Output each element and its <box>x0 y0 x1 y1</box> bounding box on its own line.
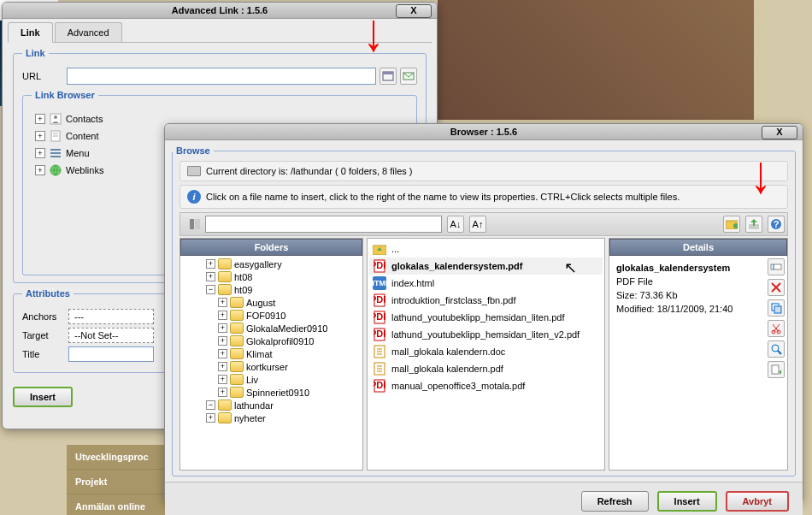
tree-toggle-icon[interactable] <box>186 216 203 233</box>
file-row[interactable]: mall_glokala kalendern.doc <box>369 343 603 360</box>
cancel-button[interactable]: Avbryt <box>726 491 789 512</box>
tree-label: Content <box>66 131 99 141</box>
up-folder-icon <box>373 242 386 256</box>
svg-rect-13 <box>195 219 200 229</box>
view-icon[interactable] <box>768 340 785 358</box>
folder-row[interactable]: −ht09 <box>182 283 361 296</box>
file-row[interactable]: PDFlathund_youtubeklipp_hemsidan_liten.p… <box>369 309 603 326</box>
folder-label: Spinneriet0910 <box>246 388 309 398</box>
browser-titlebar: Browser : 1.5.6 X <box>165 124 803 140</box>
expand-icon[interactable]: − <box>206 400 215 410</box>
insert-file-icon[interactable] <box>768 361 785 378</box>
svg-point-4 <box>54 115 57 119</box>
expand-icon[interactable]: + <box>35 131 45 141</box>
expand-icon[interactable]: + <box>218 298 227 307</box>
anchors-select[interactable]: --- <box>68 309 154 324</box>
expand-icon[interactable]: + <box>35 114 45 124</box>
help-icon[interactable]: ? <box>768 216 785 233</box>
cut-icon[interactable] <box>768 320 785 337</box>
new-folder-icon[interactable] <box>723 216 740 233</box>
folder-row[interactable]: +Glokalprofil0910 <box>182 334 361 347</box>
file-name: introduktion_firstclass_fbn.pdf <box>391 295 516 305</box>
svg-text:PDF: PDF <box>374 380 385 390</box>
title-input[interactable] <box>68 346 154 362</box>
file-name: mall_glokala kalendern.doc <box>391 346 505 357</box>
doc-icon <box>373 362 386 376</box>
rename-icon[interactable] <box>768 258 785 275</box>
insert-button[interactable]: Insert <box>657 491 717 512</box>
details-header: Details <box>609 239 787 256</box>
expand-icon[interactable]: + <box>218 323 227 333</box>
pdf-icon: PDF <box>373 293 386 307</box>
email-icon[interactable] <box>400 68 417 85</box>
folder-row[interactable]: +August <box>182 296 361 309</box>
up-directory-row[interactable]: ... <box>369 240 603 258</box>
svg-text:PDF: PDF <box>374 329 385 339</box>
svg-rect-10 <box>50 156 61 157</box>
details-filename: glokalas_kalendersystem <box>616 261 755 275</box>
svg-text:PDF: PDF <box>374 260 385 270</box>
folder-row[interactable]: +Klimat <box>182 347 361 360</box>
tab-advanced[interactable]: Advanced <box>55 22 122 42</box>
close-button[interactable]: X <box>762 126 797 139</box>
folder-row[interactable]: +FOF0910 <box>182 309 361 322</box>
folder-row[interactable]: +ht08 <box>182 270 361 283</box>
details-modified: Modified: 18/11/2009, 21:40 <box>616 302 755 316</box>
folder-row[interactable]: +easygallery <box>182 258 361 270</box>
sort-asc-icon[interactable]: A↓ <box>447 216 464 233</box>
file-row[interactable]: mall_glokala kalendern.pdf <box>369 360 603 377</box>
upload-icon[interactable] <box>745 216 762 233</box>
file-row[interactable]: PDFlathund_youtubeklipp_hemsidan_liten_v… <box>369 326 603 343</box>
sort-desc-icon[interactable]: A↑ <box>469 216 486 233</box>
url-input[interactable] <box>67 68 376 85</box>
folder-row[interactable]: +GlokalaMedier0910 <box>182 322 361 334</box>
folder-label: Liv <box>246 375 258 385</box>
path-input[interactable] <box>205 216 442 233</box>
svg-line-39 <box>778 351 781 354</box>
folder-label: Klimat <box>246 349 273 359</box>
expand-icon[interactable]: + <box>206 272 215 281</box>
folder-icon <box>218 284 232 295</box>
updir-label: ... <box>391 244 399 254</box>
folder-icon <box>218 271 232 282</box>
insert-button[interactable]: Insert <box>13 387 73 407</box>
folder-icon <box>218 412 232 423</box>
expand-icon[interactable]: + <box>35 165 45 175</box>
folder-row[interactable]: +nyheter <box>182 411 361 424</box>
folder-row[interactable]: +kortkurser <box>182 360 361 373</box>
file-list[interactable]: ... PDFglokalas_kalendersystem.pdfHTMLin… <box>368 239 604 396</box>
file-row[interactable]: PDFintroduktion_firstclass_fbn.pdf <box>369 292 603 309</box>
details-button-column <box>762 256 787 470</box>
expand-icon[interactable]: + <box>206 413 215 423</box>
folder-row[interactable]: +Spinneriet0910 <box>182 386 361 399</box>
expand-icon[interactable]: + <box>218 362 227 371</box>
target-select[interactable]: --Not Set-- <box>68 328 154 343</box>
browse-icon[interactable] <box>380 68 397 85</box>
delete-icon[interactable] <box>768 279 785 296</box>
close-button[interactable]: X <box>396 4 432 18</box>
file-row[interactable]: HTMLindex.html <box>369 275 603 292</box>
folder-row[interactable]: +Liv <box>182 373 361 386</box>
copy-icon[interactable] <box>768 299 785 317</box>
folder-row[interactable]: −lathundar <box>182 399 361 411</box>
expand-icon[interactable]: − <box>206 285 215 294</box>
file-name: lathund_youtubeklipp_hemsidan_liten_v2.p… <box>391 329 580 340</box>
hint-strip: i Click on a file name to insert, click … <box>179 185 788 209</box>
file-row[interactable]: PDFglokalas_kalendersystem.pdf <box>369 258 603 275</box>
expand-icon[interactable]: + <box>206 259 215 269</box>
refresh-button[interactable]: Refresh <box>581 491 649 512</box>
file-name: lathund_youtubeklipp_hemsidan_liten.pdf <box>391 312 564 323</box>
expand-icon[interactable]: + <box>218 375 227 384</box>
expand-icon[interactable]: + <box>218 311 227 320</box>
file-row[interactable]: PDFmanual_openoffice3_motala.pdf <box>369 377 603 394</box>
content-icon <box>49 129 62 143</box>
folder-tree[interactable]: +easygallery+ht08−ht09+August+FOF0910+Gl… <box>180 256 362 470</box>
menu-icon <box>49 146 62 160</box>
expand-icon[interactable]: + <box>35 148 45 158</box>
expand-icon[interactable]: + <box>218 336 227 346</box>
tab-link[interactable]: Link <box>8 22 53 43</box>
expand-icon[interactable]: + <box>218 349 227 358</box>
doc-icon <box>373 345 386 358</box>
folder-icon <box>218 258 232 269</box>
expand-icon[interactable]: + <box>218 388 227 397</box>
